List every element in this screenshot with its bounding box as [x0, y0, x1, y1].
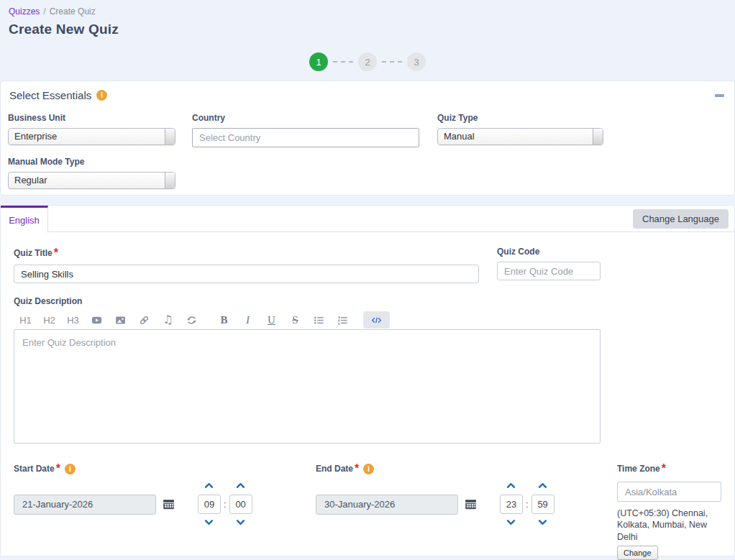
end-minute-down-icon[interactable] — [537, 518, 549, 527]
quiz-code-input[interactable] — [497, 262, 601, 280]
start-hour-input[interactable] — [198, 495, 221, 514]
manual-mode-type-select[interactable]: Regular — [8, 172, 175, 189]
country-label: Country — [192, 113, 419, 123]
language-panel-content: Quiz Title * Quiz Code Quiz Description … — [1, 247, 734, 560]
toolbar-strikethrough-button[interactable]: S — [283, 311, 307, 329]
start-minute-down-icon[interactable] — [234, 518, 247, 527]
end-minute-up-icon[interactable] — [537, 482, 549, 490]
quiz-description-toolbar: H1H2H3♫BIUS — [14, 311, 721, 329]
stepper-connector — [333, 61, 353, 63]
start-minute-input[interactable] — [229, 495, 252, 514]
toolbar-ordered-list-button[interactable] — [331, 311, 355, 329]
start-date-group: Start Date * i : — [14, 462, 252, 527]
toolbar-italic-button[interactable]: I — [236, 311, 260, 329]
collapse-section-button[interactable] — [713, 91, 726, 100]
time-zone-description: (UTC+05:30) Chennai, Kolkata, Mumbai, Ne… — [617, 508, 726, 543]
breadcrumb-separator: / — [43, 6, 45, 17]
change-language-button[interactable]: Change Language — [633, 209, 729, 229]
quiz-description-label: Quiz Description — [14, 296, 82, 306]
quiz-code-label: Quiz Code — [497, 247, 539, 257]
select-grip-icon — [165, 129, 175, 144]
manual-mode-type-label: Manual Mode Type — [8, 157, 175, 167]
time-zone-change-button[interactable]: Change — [617, 546, 658, 560]
end-date-label: End Date — [316, 464, 353, 474]
toolbar-h2-button[interactable]: H2 — [37, 311, 61, 329]
minus-icon — [715, 94, 724, 97]
start-hour-down-icon[interactable] — [203, 518, 216, 527]
info-icon[interactable]: i — [65, 464, 76, 474]
calendar-icon[interactable] — [163, 498, 175, 510]
time-zone-label: Time Zone — [617, 464, 660, 474]
quiz-language-panel: English Change Language Quiz Title * Qui… — [0, 205, 735, 556]
start-minute-up-icon[interactable] — [234, 482, 247, 490]
quiz-title-label: Quiz Title — [14, 248, 52, 258]
end-hour-input[interactable] — [500, 495, 523, 514]
toolbar-bold-button[interactable]: B — [212, 311, 236, 329]
required-marker: * — [355, 462, 359, 475]
required-marker: * — [56, 462, 60, 475]
stepper-step-2[interactable]: 2 — [358, 52, 377, 71]
toolbar-code-button[interactable] — [363, 311, 390, 329]
end-time-spinner: : — [500, 482, 554, 527]
quiz-type-value: Manual — [444, 131, 475, 142]
time-colon: : — [526, 499, 529, 510]
time-zone-group: Time Zone * (UTC+05:30) Chennai, Kolkata… — [617, 462, 725, 560]
required-marker: * — [54, 247, 58, 260]
select-essentials-panel: Select Essentials i Business Unit Enterp… — [0, 81, 735, 196]
wizard-stepper: 123 — [0, 52, 735, 71]
end-date-group: End Date * i : — [316, 462, 554, 527]
info-icon[interactable]: i — [96, 90, 107, 101]
quiz-description-textarea[interactable] — [14, 329, 601, 444]
language-tabbar: English Change Language — [1, 206, 734, 232]
stepper-step-1[interactable]: 1 — [309, 52, 328, 71]
toolbar-underline-button[interactable]: U — [260, 311, 283, 329]
tab-english[interactable]: English — [1, 206, 48, 233]
select-essentials-header: Select Essentials i — [1, 81, 734, 106]
quiz-title-input[interactable] — [14, 265, 479, 283]
start-hour-up-icon[interactable] — [203, 482, 216, 490]
select-grip-icon — [593, 129, 603, 144]
end-hour-up-icon[interactable] — [505, 482, 518, 490]
time-colon: : — [224, 499, 227, 510]
required-marker: * — [662, 462, 666, 475]
toolbar-music-button[interactable]: ♫ — [156, 311, 180, 329]
start-time-spinner: : — [198, 482, 252, 527]
toolbar-image-button[interactable] — [109, 311, 132, 329]
select-essentials-title: Select Essentials — [9, 89, 91, 101]
start-date-label: Start Date — [14, 464, 55, 474]
select-grip-icon — [165, 173, 175, 188]
essentials-fields: Business Unit Enterprise Country Quiz Ty… — [1, 106, 734, 189]
breadcrumb-current: Create Quiz — [50, 6, 96, 17]
start-date-input[interactable] — [14, 495, 156, 515]
info-icon[interactable]: i — [363, 464, 374, 474]
toolbar-h3-button[interactable]: H3 — [61, 311, 85, 329]
business-unit-label: Business Unit — [8, 113, 175, 123]
quiz-type-select[interactable]: Manual — [437, 128, 603, 145]
page-title: Create New Quiz — [9, 22, 726, 37]
toolbar-h1-button[interactable]: H1 — [14, 311, 37, 329]
end-hour-down-icon[interactable] — [505, 518, 518, 527]
country-input[interactable] — [192, 128, 419, 147]
toolbar-refresh-button[interactable] — [180, 311, 204, 329]
toolbar-video-button[interactable] — [85, 311, 109, 329]
business-unit-select[interactable]: Enterprise — [8, 128, 175, 145]
time-zone-input[interactable] — [617, 482, 721, 502]
end-date-input[interactable] — [316, 495, 458, 515]
stepper-step-3[interactable]: 3 — [407, 52, 426, 71]
toolbar-unordered-list-button[interactable] — [307, 311, 331, 329]
calendar-icon[interactable] — [465, 498, 477, 510]
quiz-type-label: Quiz Type — [437, 113, 603, 123]
breadcrumb: Quizzes/Create Quiz — [0, 0, 735, 17]
breadcrumb-link-quizzes[interactable]: Quizzes — [9, 6, 40, 17]
business-unit-value: Enterprise — [14, 131, 57, 142]
schedule-section: Start Date * i : — [14, 462, 721, 560]
end-minute-input[interactable] — [531, 495, 554, 514]
stepper-connector — [382, 61, 402, 63]
manual-mode-type-value: Regular — [14, 175, 47, 185]
toolbar-link-button[interactable] — [132, 311, 156, 329]
